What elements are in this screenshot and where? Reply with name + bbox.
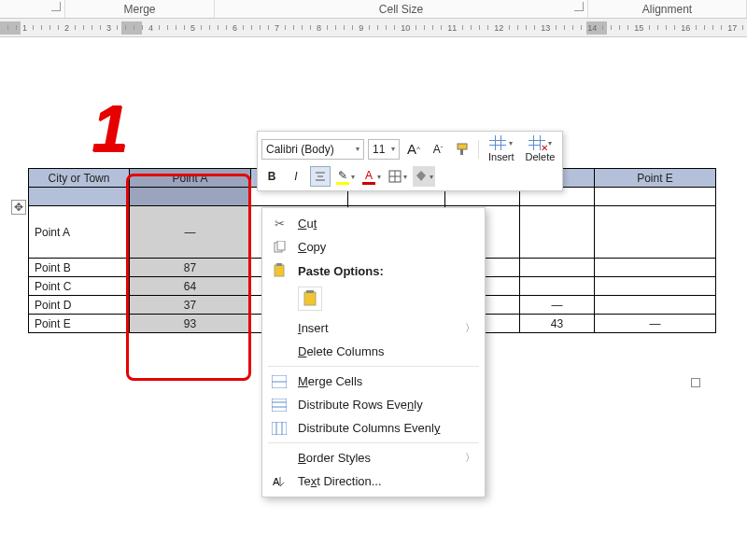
chevron-down-icon: ▾ [509,139,513,147]
table-cell[interactable] [520,259,595,277]
format-painter-button[interactable] [452,139,472,160]
svg-rect-11 [276,263,282,266]
row-label-cell[interactable]: Point C [29,277,130,296]
menu-item-delete-columns[interactable]: Delete Columns [262,340,485,363]
ribbon-group-labels: Merge Cell Size Alignment [0,0,747,19]
svg-rect-9 [277,241,285,250]
shading-button[interactable]: ▾ [413,166,435,187]
table-insert-button[interactable]: ▾ Insert [485,135,518,162]
menu-item-distribute-columns[interactable]: Distribute Columns Evenly [262,416,485,440]
chevron-down-icon: ▾ [391,145,395,153]
mini-toolbar: Calibri (Body)▾ 11▾ A^ Aˇ ▾ Insert ✕▾ De… [257,131,563,191]
ribbon-group-label: Merge [123,3,155,16]
menu-item-merge-cells[interactable]: Merge Cells [262,370,485,393]
svg-rect-10 [275,265,284,276]
svg-rect-19 [272,422,287,435]
dialog-launcher-icon[interactable] [51,2,61,11]
row-label-cell[interactable]: Point E [29,315,130,333]
table-cell[interactable]: 93 [130,315,251,333]
table-move-handle-icon[interactable]: ✥ [11,200,26,215]
annotation-marker-1: 1 [92,91,128,166]
font-family-dropdown[interactable]: Calibri (Body)▾ [261,139,364,160]
menu-item-text-direction[interactable]: A Text Direction... [262,469,485,493]
table-cell[interactable]: 64 [130,277,251,296]
ribbon-group-merge: Merge [65,0,215,18]
table-cell[interactable] [595,259,716,277]
svg-rect-12 [304,292,316,305]
grow-font-button[interactable]: A^ [403,139,424,160]
table-header-cell[interactable]: City or Town [29,169,130,188]
table-header-cell[interactable]: Point A [130,169,251,188]
svg-rect-0 [458,144,467,149]
shrink-font-button[interactable]: Aˇ [428,139,448,160]
text-direction-icon: A [270,475,289,488]
chevron-down-icon: ▾ [548,139,552,147]
table-cell[interactable] [520,206,595,259]
ribbon-group-cellsize: Cell Size [215,0,588,18]
table-cell[interactable]: 87 [130,259,251,277]
italic-button[interactable]: I [286,166,306,187]
menu-item-insert[interactable]: Insert 〉 [262,316,485,340]
table-header-cell[interactable]: Point E [595,169,716,188]
menu-heading-paste-options: Paste Options: [262,259,485,283]
cut-icon: ✂ [270,217,289,231]
table-cell[interactable] [595,296,716,315]
distribute-rows-icon [270,399,289,412]
menu-item-copy[interactable]: Copy [262,235,485,259]
table-cell[interactable]: 43 [520,315,595,333]
menu-separator [268,366,479,367]
svg-rect-1 [460,149,463,155]
table-cell[interactable]: — [130,206,251,259]
chevron-down-icon: ▾ [356,145,359,153]
distribute-columns-icon [270,422,289,435]
dialog-launcher-icon[interactable] [574,2,584,11]
context-menu: ✂ Cut Copy Paste Options: Insert 〉 Delet… [261,207,486,497]
svg-text:A: A [273,476,280,487]
align-center-button[interactable] [310,166,331,187]
menu-separator [268,442,479,443]
table-resize-handle-icon[interactable] [691,378,700,387]
merge-cells-icon [270,375,289,388]
table-cell[interactable]: — [595,315,716,333]
chevron-down-icon: ▾ [351,173,355,181]
menu-item-cut[interactable]: ✂ Cut [262,212,485,235]
chevron-down-icon: ▾ [430,173,433,181]
row-label-cell[interactable]: Point B [29,259,130,277]
svg-rect-16 [272,399,287,412]
submenu-arrow-icon: 〉 [465,321,475,335]
ribbon-group-alignment: Alignment [588,0,747,18]
menu-item-distribute-rows[interactable]: Distribute Rows Evenly [262,393,485,416]
ribbon-group-label: Cell Size [379,3,423,16]
paste-icon [270,263,289,278]
font-size-dropdown[interactable]: 11▾ [368,139,400,160]
chevron-down-icon: ▾ [377,173,381,181]
table-cell[interactable] [520,277,595,296]
chevron-down-icon: ▾ [403,173,407,181]
font-color-button[interactable]: A▾ [360,166,383,187]
table-cell[interactable]: — [520,296,595,315]
bold-button[interactable]: B [261,166,282,187]
table-cell[interactable] [595,277,716,296]
svg-rect-13 [306,290,314,293]
highlight-color-button[interactable]: ✎▾ [334,166,357,187]
row-label-cell[interactable]: Point A [29,206,130,259]
submenu-arrow-icon: 〉 [465,451,475,465]
table-delete-button[interactable]: ✕▾ Delete [522,135,559,162]
menu-item-border-styles[interactable]: Border Styles 〉 [262,446,485,469]
copy-icon [270,241,289,254]
row-label-cell[interactable]: Point D [29,296,130,315]
table-cell[interactable] [595,206,716,259]
ribbon-group-label: Alignment [642,3,692,16]
table-cell[interactable]: 37 [130,296,251,315]
paste-option-button[interactable] [298,287,322,311]
horizontal-ruler[interactable]: 123456789101112131415161718 [0,19,747,37]
borders-button[interactable]: ▾ [387,166,409,187]
